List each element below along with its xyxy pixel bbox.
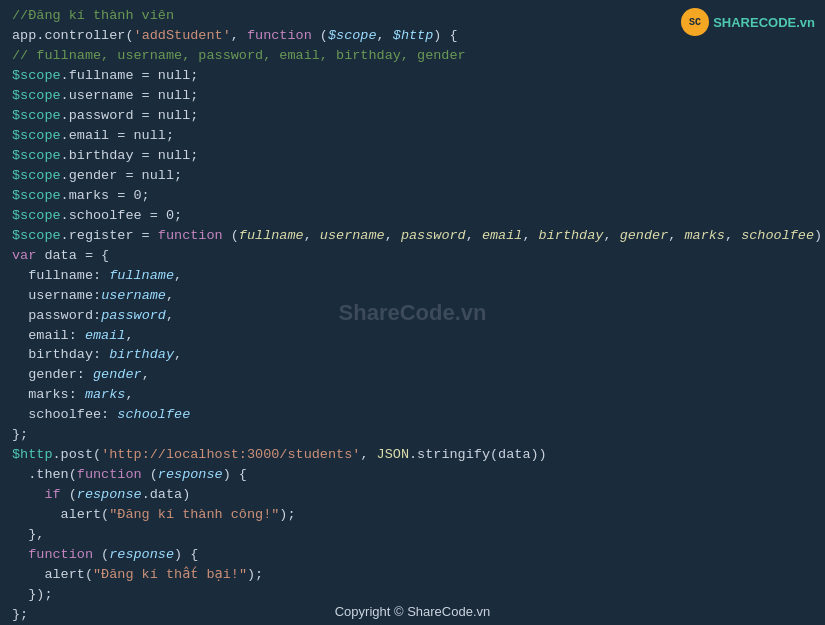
line-31: }); <box>12 585 813 605</box>
line-21: schoolfee: schoolfee <box>12 405 813 425</box>
line-22: }; <box>12 425 813 445</box>
line-26: alert("Đăng kí thành công!"); <box>12 505 813 525</box>
line-17: email: email, <box>12 326 813 346</box>
line-23: $http.post('http://localhost:3000/studen… <box>12 445 813 465</box>
line-15: username:username, <box>12 286 813 306</box>
code-area: //Đăng kí thành viên app.controller('add… <box>0 0 825 625</box>
line-29: alert("Đăng kí thất bại!"); <box>12 565 813 585</box>
line-8: $scope.birthday = null; <box>12 146 813 166</box>
line-10: $scope.marks = 0; <box>12 186 813 206</box>
line-14: fullname: fullname, <box>12 266 813 286</box>
line-5: $scope.username = null; <box>12 86 813 106</box>
line-27: }, <box>12 525 813 545</box>
line-16: password:password, <box>12 306 813 326</box>
logo-text: SHARECODE.vn <box>713 15 815 30</box>
line-4: $scope.fullname = null; <box>12 66 813 86</box>
line-3: // fullname, username, password, email, … <box>12 46 813 66</box>
line-20: marks: marks, <box>12 385 813 405</box>
line-7: $scope.email = null; <box>12 126 813 146</box>
line-19: gender: gender, <box>12 365 813 385</box>
footer: Copyright © ShareCode.vn <box>0 604 825 619</box>
line-28: function (response) { <box>12 545 813 565</box>
line-12: $scope.register = function (fullname, us… <box>12 226 813 246</box>
line-25: if (response.data) <box>12 485 813 505</box>
line-9: $scope.gender = null; <box>12 166 813 186</box>
logo-icon: SC <box>681 8 709 36</box>
line-11: $scope.schoolfee = 0; <box>12 206 813 226</box>
line-6: $scope.password = null; <box>12 106 813 126</box>
line-18: birthday: birthday, <box>12 345 813 365</box>
line-13: var data = { <box>12 246 813 266</box>
line-24: .then(function (response) { <box>12 465 813 485</box>
watermark: SC SHARECODE.vn <box>681 8 815 36</box>
